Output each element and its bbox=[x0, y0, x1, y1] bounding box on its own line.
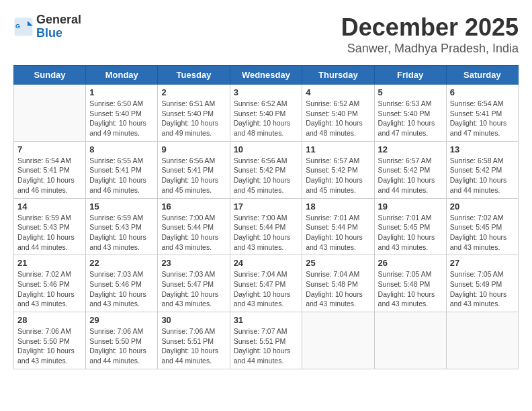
calendar-cell: 13Sunrise: 6:58 AM Sunset: 5:42 PM Dayli… bbox=[446, 141, 518, 198]
calendar-table: SundayMondayTuesdayWednesdayThursdayFrid… bbox=[13, 65, 519, 369]
day-info: Sunrise: 6:56 AM Sunset: 5:41 PM Dayligh… bbox=[161, 156, 226, 195]
calendar-cell: 27Sunrise: 7:05 AM Sunset: 5:49 PM Dayli… bbox=[446, 255, 518, 312]
calendar-cell: 9Sunrise: 6:56 AM Sunset: 5:41 PM Daylig… bbox=[158, 141, 230, 198]
day-number: 15 bbox=[89, 201, 154, 212]
calendar-cell: 7Sunrise: 6:54 AM Sunset: 5:41 PM Daylig… bbox=[14, 141, 86, 198]
day-info: Sunrise: 6:57 AM Sunset: 5:42 PM Dayligh… bbox=[378, 156, 443, 195]
calendar-cell: 20Sunrise: 7:02 AM Sunset: 5:45 PM Dayli… bbox=[446, 198, 518, 255]
day-info: Sunrise: 6:55 AM Sunset: 5:41 PM Dayligh… bbox=[89, 156, 154, 195]
day-number: 12 bbox=[378, 144, 443, 154]
day-number: 18 bbox=[306, 201, 370, 212]
day-number: 23 bbox=[161, 258, 226, 268]
calendar-cell: 2Sunrise: 6:51 AM Sunset: 5:40 PM Daylig… bbox=[158, 85, 230, 142]
calendar-cell: 21Sunrise: 7:02 AM Sunset: 5:46 PM Dayli… bbox=[14, 255, 86, 312]
day-number: 30 bbox=[161, 315, 226, 325]
day-number: 27 bbox=[450, 258, 515, 268]
day-number: 1 bbox=[89, 87, 154, 97]
day-info: Sunrise: 6:58 AM Sunset: 5:42 PM Dayligh… bbox=[450, 156, 515, 195]
day-number: 22 bbox=[89, 258, 154, 268]
day-info: Sunrise: 6:50 AM Sunset: 5:40 PM Dayligh… bbox=[89, 99, 154, 138]
day-info: Sunrise: 7:06 AM Sunset: 5:51 PM Dayligh… bbox=[161, 326, 226, 366]
weekday-header-friday: Friday bbox=[374, 66, 446, 85]
day-number: 25 bbox=[306, 258, 370, 268]
month-title: December 2025 bbox=[341, 13, 519, 42]
day-info: Sunrise: 7:03 AM Sunset: 5:46 PM Dayligh… bbox=[89, 269, 154, 309]
calendar-cell: 26Sunrise: 7:05 AM Sunset: 5:48 PM Dayli… bbox=[374, 255, 446, 312]
calendar-cell: 4Sunrise: 6:52 AM Sunset: 5:40 PM Daylig… bbox=[302, 85, 374, 142]
day-info: Sunrise: 6:56 AM Sunset: 5:42 PM Dayligh… bbox=[234, 156, 299, 195]
day-info: Sunrise: 6:59 AM Sunset: 5:43 PM Dayligh… bbox=[89, 213, 154, 253]
day-info: Sunrise: 7:01 AM Sunset: 5:45 PM Dayligh… bbox=[378, 213, 443, 253]
day-number: 8 bbox=[89, 144, 154, 154]
calendar-cell: 16Sunrise: 7:00 AM Sunset: 5:44 PM Dayli… bbox=[158, 198, 230, 255]
day-number: 9 bbox=[161, 144, 226, 154]
calendar-header: December 2025 Sanwer, Madhya Pradesh, In… bbox=[341, 13, 519, 56]
calendar-cell: 22Sunrise: 7:03 AM Sunset: 5:46 PM Dayli… bbox=[86, 255, 158, 312]
calendar-cell: 17Sunrise: 7:00 AM Sunset: 5:44 PM Dayli… bbox=[230, 198, 302, 255]
calendar-cell: 11Sunrise: 6:57 AM Sunset: 5:42 PM Dayli… bbox=[302, 141, 374, 198]
day-info: Sunrise: 7:00 AM Sunset: 5:44 PM Dayligh… bbox=[234, 213, 299, 253]
day-info: Sunrise: 6:53 AM Sunset: 5:40 PM Dayligh… bbox=[378, 99, 443, 138]
svg-text:G: G bbox=[15, 22, 20, 29]
day-info: Sunrise: 7:03 AM Sunset: 5:47 PM Dayligh… bbox=[161, 269, 226, 309]
calendar-cell: 30Sunrise: 7:06 AM Sunset: 5:51 PM Dayli… bbox=[158, 312, 230, 369]
calendar-cell: 29Sunrise: 7:06 AM Sunset: 5:50 PM Dayli… bbox=[86, 312, 158, 369]
weekday-header-wednesday: Wednesday bbox=[230, 66, 302, 85]
calendar-cell: 18Sunrise: 7:01 AM Sunset: 5:44 PM Dayli… bbox=[302, 198, 374, 255]
calendar-cell: 3Sunrise: 6:52 AM Sunset: 5:40 PM Daylig… bbox=[230, 85, 302, 142]
day-info: Sunrise: 7:01 AM Sunset: 5:44 PM Dayligh… bbox=[306, 213, 370, 253]
calendar-cell: 5Sunrise: 6:53 AM Sunset: 5:40 PM Daylig… bbox=[374, 85, 446, 142]
calendar-cell: 1Sunrise: 6:50 AM Sunset: 5:40 PM Daylig… bbox=[86, 85, 158, 142]
day-number: 4 bbox=[306, 87, 370, 97]
day-number: 17 bbox=[234, 201, 299, 212]
day-number: 26 bbox=[378, 258, 443, 268]
calendar-cell bbox=[446, 312, 518, 369]
day-info: Sunrise: 6:54 AM Sunset: 5:41 PM Dayligh… bbox=[17, 156, 82, 195]
calendar-cell bbox=[374, 312, 446, 369]
day-info: Sunrise: 7:02 AM Sunset: 5:45 PM Dayligh… bbox=[450, 213, 515, 253]
day-number: 7 bbox=[17, 144, 82, 154]
calendar-cell: 6Sunrise: 6:54 AM Sunset: 5:41 PM Daylig… bbox=[446, 85, 518, 142]
day-info: Sunrise: 7:05 AM Sunset: 5:49 PM Dayligh… bbox=[450, 269, 515, 309]
day-number: 2 bbox=[161, 87, 226, 97]
calendar-cell bbox=[14, 85, 86, 142]
day-number: 28 bbox=[17, 315, 82, 325]
weekday-header-monday: Monday bbox=[86, 66, 158, 85]
weekday-header-saturday: Saturday bbox=[446, 66, 518, 85]
day-info: Sunrise: 7:04 AM Sunset: 5:47 PM Dayligh… bbox=[234, 269, 299, 309]
weekday-header-sunday: Sunday bbox=[14, 66, 86, 85]
day-info: Sunrise: 7:05 AM Sunset: 5:48 PM Dayligh… bbox=[378, 269, 443, 309]
day-info: Sunrise: 7:07 AM Sunset: 5:51 PM Dayligh… bbox=[234, 326, 299, 366]
calendar-cell: 19Sunrise: 7:01 AM Sunset: 5:45 PM Dayli… bbox=[374, 198, 446, 255]
day-info: Sunrise: 6:57 AM Sunset: 5:42 PM Dayligh… bbox=[306, 156, 370, 195]
calendar-cell: 24Sunrise: 7:04 AM Sunset: 5:47 PM Dayli… bbox=[230, 255, 302, 312]
day-info: Sunrise: 7:00 AM Sunset: 5:44 PM Dayligh… bbox=[161, 213, 226, 253]
day-info: Sunrise: 7:06 AM Sunset: 5:50 PM Dayligh… bbox=[17, 326, 82, 366]
day-number: 31 bbox=[234, 315, 299, 325]
day-info: Sunrise: 7:02 AM Sunset: 5:46 PM Dayligh… bbox=[17, 269, 82, 309]
day-number: 11 bbox=[306, 144, 370, 154]
weekday-header-tuesday: Tuesday bbox=[158, 66, 230, 85]
day-number: 10 bbox=[234, 144, 299, 154]
day-number: 16 bbox=[161, 201, 226, 212]
day-number: 29 bbox=[89, 315, 154, 325]
day-number: 5 bbox=[378, 87, 443, 97]
calendar-cell: 25Sunrise: 7:04 AM Sunset: 5:48 PM Dayli… bbox=[302, 255, 374, 312]
location-title: Sanwer, Madhya Pradesh, India bbox=[341, 42, 519, 56]
day-info: Sunrise: 6:52 AM Sunset: 5:40 PM Dayligh… bbox=[306, 99, 370, 138]
day-number: 19 bbox=[378, 201, 443, 212]
calendar-cell: 23Sunrise: 7:03 AM Sunset: 5:47 PM Dayli… bbox=[158, 255, 230, 312]
day-info: Sunrise: 6:51 AM Sunset: 5:40 PM Dayligh… bbox=[161, 99, 226, 138]
calendar-cell: 12Sunrise: 6:57 AM Sunset: 5:42 PM Dayli… bbox=[374, 141, 446, 198]
day-info: Sunrise: 6:54 AM Sunset: 5:41 PM Dayligh… bbox=[450, 99, 515, 138]
calendar-cell: 28Sunrise: 7:06 AM Sunset: 5:50 PM Dayli… bbox=[14, 312, 86, 369]
day-number: 6 bbox=[450, 87, 515, 97]
logo-line1: General bbox=[36, 13, 81, 27]
weekday-header-thursday: Thursday bbox=[302, 66, 374, 85]
day-number: 3 bbox=[234, 87, 299, 97]
day-info: Sunrise: 6:52 AM Sunset: 5:40 PM Dayligh… bbox=[234, 99, 299, 138]
calendar-cell: 15Sunrise: 6:59 AM Sunset: 5:43 PM Dayli… bbox=[86, 198, 158, 255]
day-info: Sunrise: 6:59 AM Sunset: 5:43 PM Dayligh… bbox=[17, 213, 82, 253]
logo-line2: Blue bbox=[36, 27, 81, 40]
day-number: 21 bbox=[17, 258, 82, 268]
